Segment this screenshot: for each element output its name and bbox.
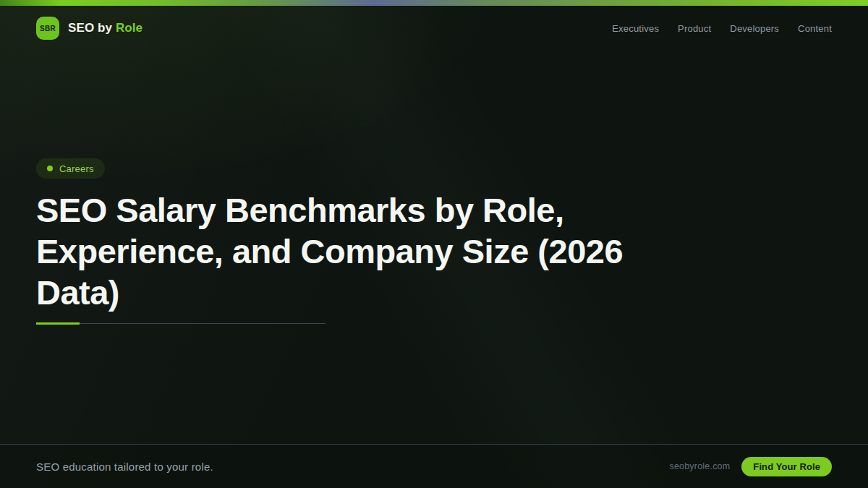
footer: SEO education tailored to your role. seo… [0, 444, 868, 488]
title-divider [36, 323, 326, 324]
brand-name-accent: Role [116, 21, 142, 35]
nav-item-developers[interactable]: Developers [730, 23, 779, 34]
brand-name-prefix: SEO by [68, 21, 116, 35]
find-your-role-button[interactable]: Find Your Role [741, 457, 832, 476]
top-accent-bar [0, 0, 868, 6]
page-title-line-3: Data) [36, 272, 687, 313]
brand-logo: SBR [36, 17, 59, 40]
page-title-line-2: Experience, and Company Size (2026 [36, 231, 687, 272]
footer-domain: seobyrole.com [669, 461, 730, 471]
careers-badge: Careers [36, 158, 105, 179]
page-title: SEO Salary Benchmarks by Role, Experienc… [36, 189, 687, 313]
nav-item-content[interactable]: Content [798, 23, 832, 34]
footer-tagline: SEO education tailored to your role. [36, 461, 213, 473]
title-divider-accent [36, 322, 80, 325]
brand-name: SEO by Role [68, 21, 142, 35]
page-title-line-1: SEO Salary Benchmarks by Role, [36, 189, 687, 231]
nav-item-product[interactable]: Product [678, 23, 711, 34]
badge-label: Careers [59, 163, 94, 174]
main-nav: Executives Product Developers Content [612, 23, 832, 34]
badge-dot-icon [47, 166, 53, 171]
header: SBR SEO by Role Executives Product Devel… [0, 6, 868, 51]
brand-logo-text: SBR [40, 25, 56, 33]
nav-item-executives[interactable]: Executives [612, 23, 659, 34]
brand[interactable]: SBR SEO by Role [36, 17, 142, 40]
footer-right: seobyrole.com Find Your Role [669, 457, 832, 476]
